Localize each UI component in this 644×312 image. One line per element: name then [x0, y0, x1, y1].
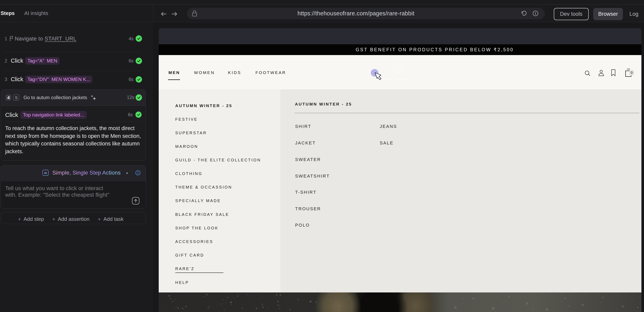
svg-text:R: R — [392, 67, 393, 69]
svg-text:R: R — [402, 67, 404, 69]
